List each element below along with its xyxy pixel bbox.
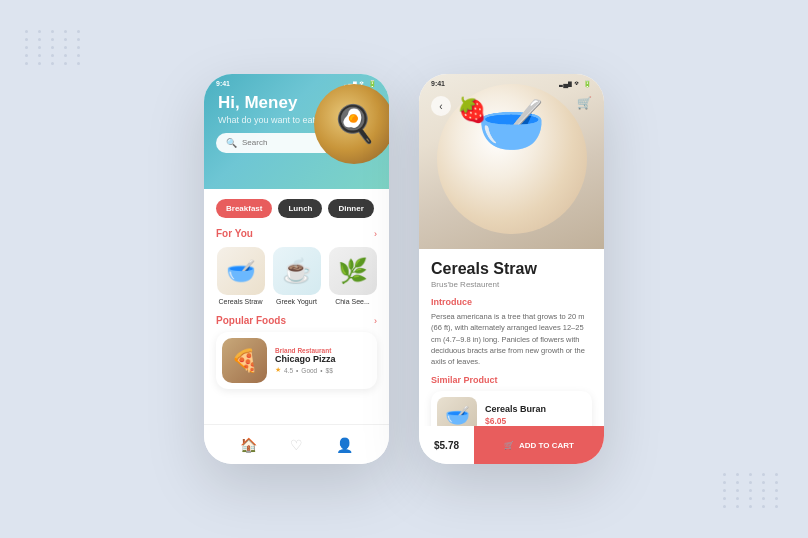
yogurt-image: ☕ bbox=[273, 247, 321, 295]
for-you-title: For You bbox=[216, 228, 253, 239]
introduce-label: Introduce bbox=[431, 297, 592, 307]
nav-profile-icon[interactable]: 👤 bbox=[336, 437, 353, 453]
berries-emoji: 🍓 bbox=[457, 96, 487, 124]
similar-price: $6.05 bbox=[485, 416, 546, 426]
cereals-label: Cereals Straw bbox=[219, 298, 263, 305]
meal-tabs: Breakfast Lunch Dinner bbox=[216, 199, 377, 218]
header-background: 9:41 ▂▄▆ ᯤ 🔋 Hi, Meney What do you want … bbox=[204, 74, 389, 189]
bowl-emoji: 🥣 bbox=[477, 92, 546, 157]
add-to-cart-label: ADD TO CART bbox=[519, 441, 574, 450]
tab-dinner[interactable]: Dinner bbox=[328, 199, 373, 218]
phone-detail-screen: 9:41 ▂▄▆ ᯤ 🔋 ‹ 🛒 🥣 🍓 Cereals Straw Brus'… bbox=[419, 74, 604, 464]
phones-container: 9:41 ▂▄▆ ᯤ 🔋 Hi, Meney What do you want … bbox=[204, 74, 604, 464]
item-name: Chicago Pizza bbox=[275, 354, 371, 364]
detail-content: Cereals Straw Brus'be Restaurent Introdu… bbox=[419, 249, 604, 449]
star-icon: ★ bbox=[275, 366, 281, 374]
chia-label: Chia See... bbox=[335, 298, 370, 305]
header-food-image bbox=[314, 84, 389, 164]
restaurant-name: Briand Restaurant bbox=[275, 347, 371, 354]
nav-favorite-icon[interactable]: ♡ bbox=[290, 437, 303, 453]
add-to-cart-bar: $5.78 🛒 ADD TO CART bbox=[419, 426, 604, 464]
rating-dot: • bbox=[296, 367, 298, 374]
food-name: Cereals Straw bbox=[431, 259, 592, 278]
cart-price: $5.78 bbox=[419, 426, 474, 464]
cart-button[interactable]: 🛒 bbox=[577, 96, 592, 110]
similar-name: Cereals Buran bbox=[485, 404, 546, 414]
price-tag: $$ bbox=[326, 367, 333, 374]
food-cards-row: 🥣 Cereals Straw ☕ Greek Yogurt 🌿 Chia Se… bbox=[216, 247, 377, 305]
popular-arrow[interactable]: › bbox=[374, 316, 377, 326]
tab-lunch[interactable]: Lunch bbox=[278, 199, 322, 218]
nav-home-icon[interactable]: 🏠 bbox=[240, 437, 257, 453]
bottom-nav: 🏠 ♡ 👤 bbox=[204, 424, 389, 464]
rating-tag: Good bbox=[301, 367, 317, 374]
back-button[interactable]: ‹ bbox=[431, 96, 451, 116]
add-to-cart-button[interactable]: 🛒 ADD TO CART bbox=[474, 426, 604, 464]
similar-info: Cereals Buran $6.05 bbox=[485, 404, 546, 426]
restaurant-name-2: Brus'be Restaurent bbox=[431, 280, 592, 289]
status-bar-2: 9:41 ▂▄▆ ᯤ 🔋 bbox=[419, 74, 604, 90]
popular-item-info: Briand Restaurant Chicago Pizza ★ 4.5 • … bbox=[275, 347, 371, 374]
popular-header: Popular Foods › bbox=[216, 315, 377, 326]
food-card-cereals[interactable]: 🥣 Cereals Straw bbox=[216, 247, 265, 305]
status-icons-2: ▂▄▆ ᯤ 🔋 bbox=[559, 80, 592, 88]
tab-breakfast[interactable]: Breakfast bbox=[216, 199, 272, 218]
phone-home-screen: 9:41 ▂▄▆ ᯤ 🔋 Hi, Meney What do you want … bbox=[204, 74, 389, 464]
popular-section: Popular Foods › 🍕 Briand Restaurant Chic… bbox=[216, 315, 377, 389]
cereals-image: 🥣 bbox=[217, 247, 265, 295]
similar-label: Similar Product bbox=[431, 375, 592, 385]
food-card-yogurt[interactable]: ☕ Greek Yogurt bbox=[272, 247, 321, 305]
time: 9:41 bbox=[216, 80, 230, 88]
popular-item[interactable]: 🍕 Briand Restaurant Chicago Pizza ★ 4.5 … bbox=[216, 332, 377, 389]
item-rating: ★ 4.5 • Good • $$ bbox=[275, 366, 371, 374]
popular-title: Popular Foods bbox=[216, 315, 286, 326]
rating-dot2: • bbox=[320, 367, 322, 374]
rating-value: 4.5 bbox=[284, 367, 293, 374]
cart-icon-btn: 🛒 bbox=[504, 441, 514, 450]
chia-image: 🌿 bbox=[329, 247, 377, 295]
phone1-body: Breakfast Lunch Dinner For You › 🥣 Cerea… bbox=[204, 189, 389, 399]
food-card-chia[interactable]: 🌿 Chia See... bbox=[328, 247, 377, 305]
description-text: Persea americana is a tree that grows to… bbox=[431, 311, 592, 367]
time-2: 9:41 bbox=[431, 80, 445, 88]
for-you-header: For You › bbox=[216, 228, 377, 239]
popular-item-image: 🍕 bbox=[222, 338, 267, 383]
search-icon: 🔍 bbox=[226, 138, 237, 148]
for-you-arrow[interactable]: › bbox=[374, 229, 377, 239]
yogurt-label: Greek Yogurt bbox=[276, 298, 317, 305]
